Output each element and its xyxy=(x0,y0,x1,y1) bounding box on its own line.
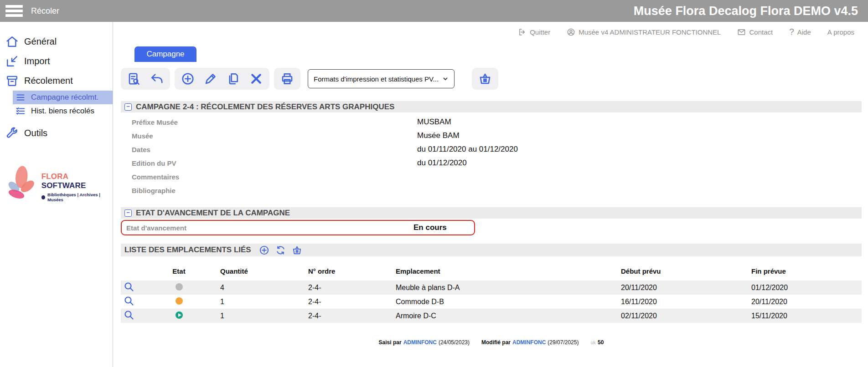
cell-end-date: 15/11/2020 xyxy=(739,312,862,320)
about-button[interactable]: A propos xyxy=(827,28,854,36)
cell-start-date: 02/11/2020 xyxy=(606,312,739,320)
progress-section-header: − ETAT D'AVANCEMENT DE LA CAMPAGNE xyxy=(121,207,862,219)
cell-quantity: 4 xyxy=(207,284,292,292)
plus-circle-icon xyxy=(181,72,195,86)
col-header: Emplacement xyxy=(378,267,606,275)
cell-order: 2-4- xyxy=(292,284,378,292)
import-icon xyxy=(5,55,19,68)
campaign-fields: Préfixe Musée MUSBAM Musée Musée BAM Dat… xyxy=(121,115,862,197)
plus-circle-icon[interactable] xyxy=(259,245,269,255)
progress-label: Etat d'avancement xyxy=(122,224,413,232)
field-row: Commentaires xyxy=(121,170,862,184)
sidebar-subitem-label: Hist. biens récolés xyxy=(31,107,94,116)
magnifier-icon xyxy=(124,310,134,321)
col-header: N° ordre xyxy=(292,267,378,275)
view-detail-button[interactable] xyxy=(121,281,150,294)
delete-button[interactable] xyxy=(249,71,264,86)
cell-end-date: 01/12/2020 xyxy=(739,284,862,292)
contact-button[interactable]: Contact xyxy=(737,28,773,36)
col-header: Fin prévue xyxy=(739,267,862,275)
progress-section-title: ETAT D'AVANCEMENT DE LA CAMPAGNE xyxy=(136,209,290,218)
modified-user-link[interactable]: ADMINFONC xyxy=(512,339,546,346)
sidebar-item-import[interactable]: Import xyxy=(0,51,113,71)
created-date: (24/05/2023) xyxy=(439,339,470,346)
table-row: 1 2-4- Commode D-B 16/11/2020 20/11/2020 xyxy=(121,295,862,309)
sidebar-item-recolement[interactable]: Récolement xyxy=(0,71,113,91)
print-button[interactable] xyxy=(280,71,294,86)
archive-box-icon xyxy=(5,74,19,87)
view-detail-button[interactable] xyxy=(121,296,150,308)
basket-icon[interactable] xyxy=(292,245,302,255)
field-row: Préfixe Musée MUSBAM xyxy=(121,115,862,129)
add-button[interactable] xyxy=(181,71,195,86)
progress-value: En cours xyxy=(413,223,474,232)
basket-button[interactable] xyxy=(478,71,492,86)
sidebar-item-outils[interactable]: Outils xyxy=(0,123,113,143)
campaign-section-title: CAMPAGNE 2-4 : RÉCOLEMENT DES RÉSERVES A… xyxy=(136,102,394,112)
locations-section-title: LISTE DES EMPLACEMENTS LIÉS xyxy=(124,245,251,255)
main-content: Quitter Musée v4 ADMINISTRATEUR FONCTION… xyxy=(113,22,868,367)
sidebar-item-label: Import xyxy=(24,56,50,66)
bullet-dot-icon xyxy=(41,195,45,199)
flora-software-logo: FLORA SOFTWARE Bibliothèques | Archives … xyxy=(0,162,113,202)
toolbar-group-edit xyxy=(175,68,269,90)
hamburger-menu-icon[interactable] xyxy=(5,5,23,17)
progress-status-row: Etat d'avancement En cours xyxy=(121,220,475,235)
printer-icon xyxy=(280,72,294,86)
col-header: Début prévu xyxy=(606,267,739,275)
list-icon xyxy=(16,92,26,102)
col-header: Etat xyxy=(150,267,207,275)
logout-icon xyxy=(518,28,527,36)
field-row: Musée Musée BAM xyxy=(121,129,862,143)
quit-button[interactable]: Quitter xyxy=(518,28,550,36)
locations-section-header: LISTE DES EMPLACEMENTS LIÉS xyxy=(121,244,862,256)
locations-table: Etat Quantité N° ordre Emplacement Début… xyxy=(121,264,862,323)
pencil-icon xyxy=(204,72,217,86)
campaign-section-header: − CAMPAGNE 2-4 : RÉCOLEMENT DES RÉSERVES… xyxy=(121,101,862,112)
field-row: Bibliographie xyxy=(121,184,862,197)
toolbar-group-print xyxy=(274,68,300,90)
cell-location: Meuble à plans D-A xyxy=(378,284,606,292)
collapse-icon[interactable]: − xyxy=(124,209,132,217)
copy-button[interactable] xyxy=(226,71,241,86)
sidebar-subitem-hist-biens-recoles[interactable]: Hist. biens récolés xyxy=(13,104,113,118)
created-user-link[interactable]: ADMINFONC xyxy=(403,339,437,346)
table-header-row: Etat Quantité N° ordre Emplacement Début… xyxy=(121,264,862,278)
undo-arrow-icon xyxy=(150,72,164,86)
status-dot xyxy=(176,297,183,305)
sidebar-subitem-campagne-recolement[interactable]: Campagne récolmt. xyxy=(13,91,113,104)
field-row: Dates du 01/11/2020 au 01/12/2020 xyxy=(121,143,862,156)
print-format-select[interactable]: Formats d'impression et statistiques PV.… xyxy=(308,69,455,88)
tab-campagne[interactable]: Campagne xyxy=(134,46,196,62)
undo-button[interactable] xyxy=(150,71,164,86)
envelope-icon xyxy=(737,28,746,36)
chevron-down-icon xyxy=(442,76,449,82)
status-dot xyxy=(176,283,183,291)
collapse-icon[interactable]: − xyxy=(124,103,132,111)
edit-button[interactable] xyxy=(203,71,218,86)
cell-location: Commode D-B xyxy=(378,298,606,306)
view-detail-button[interactable] xyxy=(121,310,150,322)
list-search-icon xyxy=(127,72,141,86)
module-name: Récoler xyxy=(31,6,59,16)
uk-value: 50 xyxy=(598,339,604,346)
help-button[interactable]: ? Aide xyxy=(789,27,811,37)
cell-start-date: 16/11/2020 xyxy=(606,298,739,306)
brand-name: FLORA SOFTWARE xyxy=(41,172,113,190)
uk-label: uk xyxy=(590,340,596,345)
sidebar-item-general[interactable]: Général xyxy=(0,32,113,51)
list-search-button[interactable] xyxy=(127,71,141,86)
top-bar: Récoler Musée Flora Decalog Flora DEMO v… xyxy=(0,0,868,22)
cell-quantity: 1 xyxy=(207,312,292,320)
sidebar-item-label: Outils xyxy=(24,128,47,138)
cell-end-date: 20/11/2020 xyxy=(739,298,862,306)
created-prefix: Saisi par xyxy=(379,339,402,346)
refresh-icon[interactable] xyxy=(275,245,286,255)
user-bar: Quitter Musée v4 ADMINISTRATEUR FONCTION… xyxy=(121,22,862,42)
current-user[interactable]: Musée v4 ADMINISTRATEUR FONCTIONNEL xyxy=(567,28,721,36)
table-row: 4 2-4- Meuble à plans D-A 20/11/2020 01/… xyxy=(121,280,862,295)
sidebar-item-label: Récolement xyxy=(24,76,73,86)
checklist-icon xyxy=(16,106,26,116)
col-header: Quantité xyxy=(207,267,292,275)
field-row: Edition du PV du 01/12/2020 xyxy=(121,156,862,170)
